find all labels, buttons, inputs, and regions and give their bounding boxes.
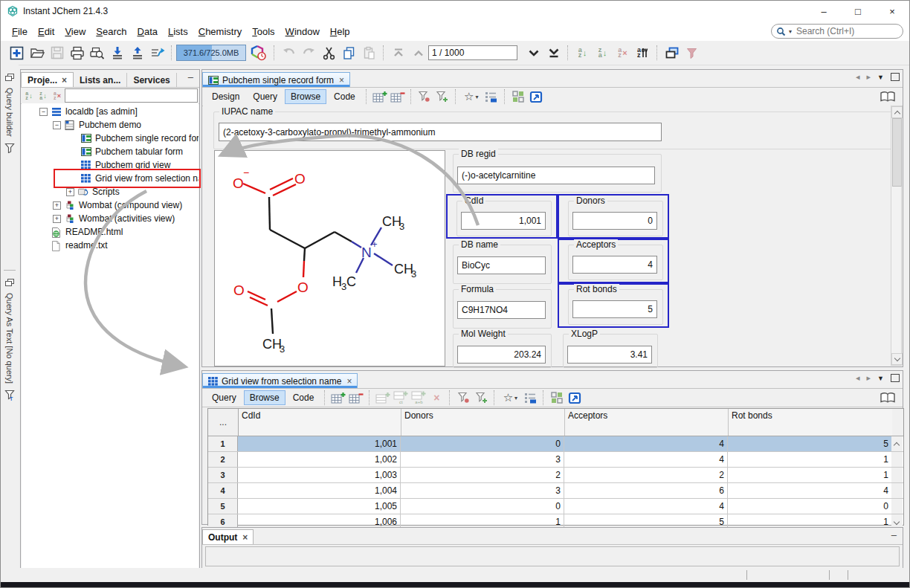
new-view-button[interactable] (7, 43, 27, 62)
manage-lists-icon[interactable] (483, 88, 500, 105)
add-row-icon[interactable] (329, 390, 347, 406)
dock-query-builder[interactable]: Query builder (1, 74, 19, 153)
favorites-star-button[interactable]: ☆▾ (499, 390, 521, 406)
form-scrollbar[interactable] (891, 106, 902, 366)
menu-lists[interactable]: Lists (163, 24, 193, 39)
mode-query[interactable]: Query (206, 390, 242, 405)
book-icon[interactable] (879, 390, 897, 406)
insert-ct-row-icon-disabled[interactable]: ct (392, 390, 410, 406)
layout-icon[interactable] (548, 390, 566, 406)
nav-left-icon[interactable]: ◂ (856, 373, 860, 383)
table-row[interactable]: 1 1,001 0 4 5 (208, 436, 903, 452)
close-window-button[interactable]: × (875, 1, 909, 22)
menu-file[interactable]: File (7, 24, 33, 39)
cell[interactable]: 5 (728, 436, 891, 451)
maximize-pane-icon[interactable] (891, 374, 900, 382)
row-number[interactable]: 3 (208, 468, 238, 482)
add-filter-icon[interactable] (472, 390, 490, 406)
record-position-field[interactable] (428, 45, 517, 60)
minimize-panel-icon[interactable]: – (188, 71, 193, 83)
menu-data[interactable]: Data (132, 24, 163, 39)
tab-pubchem-single-record-form[interactable]: Pubchem single record form × (202, 72, 350, 87)
tree-item-pubchem-demo[interactable]: − Pubchem demo (22, 118, 199, 132)
cell[interactable]: 3 (401, 483, 564, 498)
cell[interactable]: 1 (728, 452, 891, 467)
cell[interactable]: 1,003 (238, 468, 401, 482)
tab-services[interactable]: Services (127, 73, 176, 87)
tab-projects[interactable]: Proje...× (21, 72, 74, 87)
maximize-pane-icon[interactable] (891, 73, 900, 81)
sort-descending-button[interactable]: za↓ (593, 43, 613, 62)
sort-desc-icon[interactable]: za↓ (36, 88, 50, 104)
xlogp-field[interactable]: 3.41 (567, 346, 652, 364)
tree-item-wombat-compound-view[interactable]: + Wombat (compound view) (22, 198, 199, 212)
maximize-window-button[interactable]: □ (841, 1, 875, 22)
layout-icon[interactable] (509, 88, 527, 105)
rot-bonds-field[interactable]: 5 (572, 300, 657, 318)
cell[interactable]: 3 (401, 452, 564, 467)
menu-view[interactable]: View (59, 24, 91, 39)
nav-left-icon[interactable]: ◂ (856, 72, 860, 82)
output-console[interactable] (205, 546, 900, 566)
delete-row-icon[interactable] (389, 88, 407, 105)
tree-item-readme-html[interactable]: README.html (22, 225, 199, 239)
clear-sort-button[interactable]: az× (613, 43, 633, 62)
cell[interactable]: 6 (564, 483, 728, 498)
table-row[interactable]: 2 1,002 3 4 1 (208, 452, 903, 468)
table-row[interactable]: 5 1,005 0 4 0 (208, 499, 903, 514)
donors-field[interactable]: 0 (572, 212, 657, 230)
row-number[interactable]: 5 (208, 499, 238, 514)
close-icon[interactable]: × (346, 376, 352, 387)
tree-item-pubchem-single-record-form[interactable]: Pubchem single record form (22, 132, 199, 145)
cell[interactable]: 4 (564, 436, 728, 451)
cdid-field[interactable]: 1,001 (461, 212, 546, 230)
reset-filter-icon[interactable] (454, 390, 472, 406)
menu-edit[interactable]: Edit (33, 24, 59, 39)
mode-code[interactable]: Code (328, 89, 361, 104)
table-corner-button[interactable]: ... (208, 409, 239, 436)
scroll-up-icon[interactable] (891, 106, 903, 118)
export-button[interactable] (127, 43, 147, 62)
mode-browse[interactable]: Browse (244, 390, 285, 405)
cell[interactable]: 4 (564, 452, 728, 467)
print-button[interactable] (67, 43, 87, 62)
tree-item-readme-txt[interactable]: readme.txt (22, 239, 199, 252)
sort-ascending-button[interactable]: az↓ (572, 43, 593, 62)
close-icon[interactable]: × (242, 532, 248, 543)
explorer-filter-input[interactable] (65, 88, 198, 103)
tab-list-icon[interactable]: ▼ (877, 74, 884, 81)
column-header-donors[interactable]: Donors (401, 409, 565, 436)
filter-button[interactable] (682, 43, 702, 62)
cut-button[interactable] (319, 43, 339, 62)
expand-toggle[interactable]: + (66, 188, 74, 196)
tree-item-pubchem-tabular-form[interactable]: Pubchem tabular form (22, 145, 199, 158)
open-in-editor-icon[interactable] (566, 390, 584, 406)
clear-sort-icon[interactable]: az× (51, 88, 64, 104)
insert-ab-row-icon-disabled[interactable]: a+b (410, 390, 427, 406)
tree-item-scripts[interactable]: + Scripts (22, 185, 199, 198)
table-row[interactable]: 3 1,003 2 2 1 (208, 468, 903, 483)
minimize-pane-icon[interactable]: – (891, 529, 897, 540)
menu-window[interactable]: Window (280, 24, 325, 39)
first-record-button[interactable] (388, 43, 408, 62)
mode-code[interactable]: Code (287, 390, 320, 405)
structure-canvas[interactable]: O − O O O N + CH 3 CH 3 H 3 C CH 3 (214, 150, 445, 366)
cell[interactable]: 1,002 (238, 452, 401, 467)
search-caret-icon[interactable]: ▾ (789, 28, 792, 35)
next-record-button[interactable] (523, 43, 543, 62)
nav-right-icon[interactable]: ▸ (867, 373, 871, 383)
cell[interactable]: 0 (401, 499, 564, 514)
column-header-acceptors[interactable]: Acceptors (565, 409, 729, 436)
delete-disabled-icon[interactable]: × (427, 390, 445, 406)
last-record-button[interactable] (543, 43, 564, 62)
tree-item-grid-view-from-selection-name[interactable]: Grid view from selection name (22, 172, 199, 185)
copy-button[interactable] (339, 43, 359, 62)
dock-label-query-as-text[interactable]: Query As Text [No query] (5, 293, 14, 384)
db-name-field[interactable]: BioCyc (457, 256, 546, 274)
iupac-field[interactable]: (2-acetoxy-3-carboxylato-propyl)-trimeth… (219, 123, 662, 141)
menu-search[interactable]: Search (91, 24, 132, 39)
close-icon[interactable]: × (62, 75, 67, 85)
cell[interactable]: 2 (564, 468, 728, 482)
tab-grid-view-from-selection-name[interactable]: Grid view from selection name × (202, 373, 358, 388)
cell[interactable]: 1,004 (238, 483, 401, 498)
